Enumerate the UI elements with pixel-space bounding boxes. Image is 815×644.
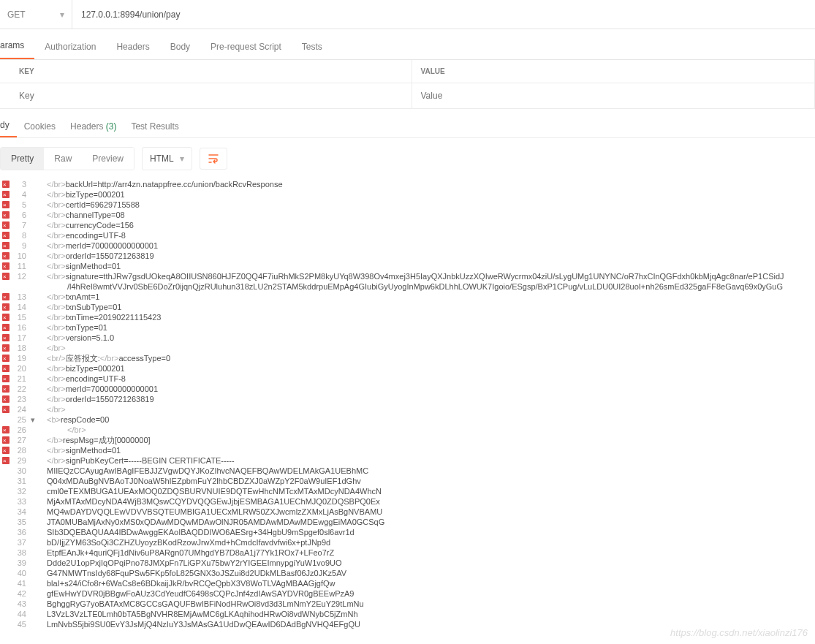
gutter — [0, 333, 12, 343]
gutter — [0, 404, 12, 414]
view-mode-raw[interactable]: Raw — [44, 148, 82, 170]
gutter — [0, 343, 12, 353]
param-key-input[interactable] — [19, 83, 412, 108]
code-line: 41blaI+s24/iCfo8r+6WaCs8e6BDkaijJkR/bvRC… — [0, 578, 815, 588]
line-number: 30 — [12, 466, 31, 476]
error-icon — [2, 303, 10, 311]
code-content: MjAxMTAxMDcyNDA4WjB3MQswCQYDVQQGEwJjbjES… — [38, 496, 380, 507]
code-content: BghggRyG7yoBATAxMC8GCCsGAQUFBwIBFiNodHRw… — [38, 599, 364, 609]
response-tab-cookies[interactable]: Cookies — [17, 121, 63, 137]
request-tab-body[interactable]: Body — [160, 42, 200, 59]
view-mode-preview[interactable]: Preview — [82, 148, 134, 170]
gutter — [0, 261, 12, 271]
fold-gutter — [31, 230, 38, 240]
response-body[interactable]: 3</br>backUrl=http://arr4zn.natappfree.c… — [0, 179, 815, 629]
code-content: </br>version=5.1.0 — [38, 333, 114, 343]
fold-gutter — [31, 261, 38, 271]
fold-gutter — [31, 548, 38, 558]
line-number: 13 — [12, 292, 31, 302]
http-method-select[interactable]: GET ▾ — [0, 0, 72, 29]
fold-gutter — [31, 476, 38, 486]
fold-gutter — [31, 374, 38, 384]
request-tab-tests[interactable]: Tests — [292, 42, 333, 59]
gutter — [0, 568, 12, 578]
code-line: /l4hReI8wmtVVJrv0SbE6DoZr0ijqnQjzRUluhun… — [0, 281, 815, 292]
view-mode-pretty[interactable]: Pretty — [1, 148, 44, 170]
code-line: 42gfEwHwYDVR0jBBgwFoAUz3CdYeudfC6498sCQP… — [0, 588, 815, 599]
code-content: Q04xMDAuBgNVBAoTJ0NoaW5hIEZpbmFuY2lhbCBD… — [38, 476, 361, 486]
code-line: 23</br>orderId=1550721263819 — [0, 394, 815, 404]
gutter — [0, 476, 12, 486]
line-number: 9 — [12, 240, 31, 251]
fold-gutter — [31, 210, 38, 220]
gutter — [0, 179, 12, 189]
line-number: 21 — [12, 374, 31, 384]
param-value-input[interactable] — [412, 83, 815, 108]
gutter — [0, 435, 12, 445]
fold-gutter — [31, 599, 38, 609]
response-tab-dy[interactable]: dy — [0, 120, 17, 137]
line-number: 36 — [12, 527, 31, 537]
error-icon — [2, 314, 10, 321]
fold-gutter — [31, 537, 38, 548]
code-line: 32cml0eTEXMBUGA1UEAxMOQ0ZDQSBURVNUIE9DQT… — [0, 486, 815, 496]
code-content: </br>bizType=000201 — [38, 189, 125, 200]
line-number: 31 — [12, 476, 31, 486]
fold-gutter — [31, 425, 38, 435]
code-line: 21</br>encoding=UTF-8 — [0, 374, 815, 384]
line-number: 32 — [12, 486, 31, 496]
fold-gutter — [31, 609, 38, 619]
code-content: </br> — [38, 404, 66, 414]
gutter — [0, 200, 12, 210]
gutter — [0, 507, 12, 517]
code-content: Ddde2U1opPxjIqOPqiPno78JMXpFn7LiGPXu75bw… — [38, 558, 342, 568]
code-content: <br/>应答报文:</br>accessType=0 — [38, 353, 170, 363]
code-content: </br>signMethod=01 — [38, 261, 121, 271]
code-line: 27</b>respMsg=成功[0000000] — [0, 435, 815, 445]
code-line: 40G47NMWTnsIdy68FquPSw5FKp5foL825GNX3oJS… — [0, 568, 815, 578]
gutter — [0, 322, 12, 333]
request-tab-authorization[interactable]: Authorization — [34, 42, 106, 59]
gutter — [0, 527, 12, 537]
line-number: 22 — [12, 384, 31, 394]
request-tab-pre-request-script[interactable]: Pre-request Script — [200, 42, 292, 59]
gutter — [0, 384, 12, 394]
code-line: 24</br> — [0, 404, 815, 414]
response-tab-headers[interactable]: Headers (3) — [63, 121, 124, 137]
error-icon — [2, 375, 10, 382]
code-line: 10</br>orderId=1550721263819 — [0, 251, 815, 261]
http-method-label: GET — [7, 10, 26, 20]
code-line: 19<br/>应答报文:</br>accessType=0 — [0, 353, 815, 363]
fold-gutter — [31, 312, 38, 322]
request-tab-arams[interactable]: arams — [0, 40, 34, 59]
gutter — [0, 374, 12, 384]
code-content: LmNvbS5jbi9SU0EvY3JsMjQ4NzIuY3JsMAsGA1Ud… — [38, 619, 360, 629]
error-icon — [2, 181, 10, 188]
code-content: /l4hReI8wmtVVJrv0SbE6DoZr0ijqnQjzRUluhun… — [38, 281, 783, 292]
url-input[interactable] — [72, 0, 815, 29]
line-number: 27 — [12, 435, 31, 445]
fold-gutter — [31, 455, 38, 466]
fold-gutter[interactable]: ▾ — [31, 414, 38, 425]
wrap-lines-button[interactable] — [200, 148, 227, 170]
format-select[interactable]: HTML ▾ — [142, 147, 192, 170]
request-tab-headers[interactable]: Headers — [106, 42, 159, 59]
error-icon — [2, 344, 10, 352]
code-content: </br>orderId=1550721263819 — [38, 251, 154, 261]
line-number: 41 — [12, 578, 31, 588]
gutter — [0, 312, 12, 322]
gutter — [0, 281, 12, 292]
fold-gutter — [31, 527, 38, 537]
line-number: 40 — [12, 568, 31, 578]
response-tab-test-results[interactable]: Test Results — [124, 121, 186, 137]
line-number: 18 — [12, 343, 31, 353]
gutter — [0, 558, 12, 568]
code-content: MQ4wDAYDVQQLEwVDVVBSQTEUMBIGA1UECxMLRW50… — [38, 507, 382, 517]
fold-gutter — [31, 343, 38, 353]
fold-gutter — [31, 281, 38, 292]
code-content: </br>backUrl=http://arr4zn.natappfree.cc… — [38, 179, 283, 189]
code-content: bD/IjjZYM63SoQi3CZHZUyoyzBKodRzowJrwXmd+… — [38, 537, 330, 548]
gutter — [0, 271, 12, 281]
code-line: 9</br>merId=700000000000001 — [0, 240, 815, 251]
gutter — [0, 353, 12, 363]
